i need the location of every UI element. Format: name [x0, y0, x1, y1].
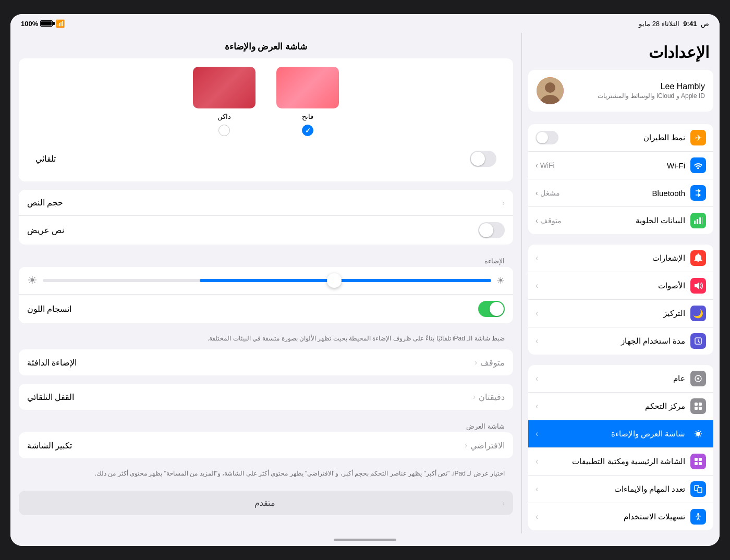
home-bar-line: [334, 539, 396, 541]
brightness-slider[interactable]: [43, 273, 491, 288]
airplane-toggle[interactable]: [536, 131, 558, 144]
theme-radio-light[interactable]: [302, 125, 313, 136]
display-zoom-row[interactable]: الافتراضي ‹ تكبير الشاشة: [19, 432, 513, 458]
battery-indicator: 100%: [21, 20, 53, 28]
auto-lock-row[interactable]: دقيقتان ‹ القفل التلقائي: [19, 384, 513, 410]
profile-section[interactable]: Lee Hambly Apple ID و iCloud والوسائط وا…: [528, 70, 713, 112]
brightness-header: الإضاءة: [10, 253, 521, 267]
true-color-toggle[interactable]: [478, 301, 505, 317]
status-time: 9:41: [683, 20, 697, 28]
sidebar-row-display[interactable]: شاشة العرض والإضاءة ›: [528, 420, 713, 448]
display-zoom-footer: اختيار عرض لـ iPad. "نص أكبر" يظهر عناصر…: [10, 467, 521, 484]
sidebar-row-sounds[interactable]: الأصوات ›: [528, 272, 713, 300]
wifi-icon: [690, 157, 706, 173]
theme-radio-dark[interactable]: [218, 125, 230, 136]
brightness-icon-small: ☀: [496, 275, 505, 286]
general-icon: [690, 371, 706, 386]
sidebar-row-sounds-left: الأصوات: [658, 278, 706, 294]
sidebar-row-focus[interactable]: 🌙 التركيز ›: [528, 300, 713, 327]
wifi-label: Wi-Fi: [667, 161, 685, 170]
sidebar-row-notifications-left: الإشعارات: [652, 250, 706, 266]
sidebar-group-general: عام › مركز التحكم ›: [528, 365, 713, 530]
advanced-label: متقدم: [27, 498, 502, 508]
svg-rect-6: [697, 219, 698, 224]
theme-option-dark[interactable]: داكن: [193, 67, 256, 136]
svg-rect-18: [699, 458, 702, 461]
auto-brightness-label: الإضاءة الدافئة: [27, 358, 77, 368]
sidebar-row-homescreen-left: الشاشة الرئيسية ومكتبة التطبيقات: [572, 454, 706, 469]
sidebar-row-focus-left: 🌙 التركيز: [663, 306, 706, 321]
bluetooth-icon: [690, 185, 706, 201]
profile-avatar: [537, 77, 564, 104]
sidebar-row-homescreen[interactable]: الشاشة الرئيسية ومكتبة التطبيقات ›: [528, 448, 713, 476]
general-label: عام: [673, 374, 685, 383]
auto-lock-group: دقيقتان ‹ القفل التلقائي: [19, 384, 513, 410]
controlcenter-label: مركز التحكم: [645, 401, 685, 411]
svg-rect-22: [698, 488, 702, 493]
theme-section: فاتح داكن تلقائي: [19, 58, 513, 181]
true-color-row[interactable]: انسجام اللون: [19, 295, 513, 323]
sidebar-row-controlcenter[interactable]: مركز التحكم ›: [528, 393, 713, 420]
sidebar-row-notifications[interactable]: الإشعارات ›: [528, 245, 713, 272]
true-color-footer: ضبط شاشة الـ iPad تلقائيًا بناءً على ظرو…: [10, 332, 521, 349]
automatic-toggle[interactable]: [470, 151, 496, 167]
advanced-button[interactable]: ‹ متقدم: [19, 491, 513, 515]
sidebar-group-connectivity: ✈ نمط الطيران Wi-Fi: [528, 124, 713, 234]
theme-option-light[interactable]: فاتح: [276, 67, 339, 136]
auto-brightness-row[interactable]: متوقف ‹ الإضاءة الدافئة: [19, 349, 513, 375]
sidebar-row-screentime-left: مدة استخدام الجهاز: [621, 333, 706, 349]
accessibility-label: تسهيلات الاستخدام: [624, 512, 685, 521]
sidebar-row-screentime[interactable]: مدة استخدام الجهاز ›: [528, 327, 713, 355]
sidebar-row-cellular[interactable]: البيانات الخلوية متوقف ›: [528, 207, 713, 234]
focus-icon: 🌙: [690, 306, 706, 321]
text-size-label: حجم النص: [27, 198, 63, 208]
sidebar-row-general-left: عام: [673, 371, 706, 386]
sidebar-row-wifi[interactable]: Wi-Fi WiFi ›: [528, 152, 713, 179]
right-panel: الإعدادات Lee Hambly Apple ID و iCloud و…: [521, 33, 720, 533]
svg-point-1: [545, 82, 555, 93]
homescreen-icon: [690, 454, 706, 469]
svg-rect-20: [699, 462, 702, 465]
sounds-label: الأصوات: [658, 281, 685, 290]
theme-options: فاتح داكن: [27, 67, 505, 136]
display-zoom-label: تكبير الشاشة: [27, 441, 72, 451]
svg-point-11: [697, 378, 699, 380]
svg-rect-12: [695, 403, 698, 406]
controlcenter-icon: [690, 398, 706, 414]
display-icon: [690, 426, 706, 442]
display-zoom-value: الافتراضي ‹: [465, 441, 505, 451]
automatic-row[interactable]: تلقائي: [27, 144, 505, 173]
battery-icon: [40, 20, 53, 27]
sidebar-row-display-left: شاشة العرض والإضاءة: [611, 426, 706, 442]
sidebar-row-bluetooth-left: Bluetooth: [652, 185, 706, 201]
bold-text-label: نص عريض: [27, 225, 64, 235]
true-color-knob: [490, 302, 504, 316]
sidebar-row-bluetooth[interactable]: Bluetooth مشغل ›: [528, 179, 713, 207]
status-left: 100% 📶: [21, 19, 65, 28]
profile-name: Lee Hambly: [598, 82, 705, 91]
true-color-label: انسجام اللون: [27, 304, 71, 314]
auto-brightness-value: متوقف ‹: [475, 358, 505, 368]
slider-thumb[interactable]: [327, 273, 342, 288]
sidebar-row-general[interactable]: عام ›: [528, 365, 713, 393]
left-panel: شاشة العرض والإضاءة فاتح داكن: [10, 33, 521, 533]
bluetooth-label: Bluetooth: [652, 189, 685, 198]
sidebar-row-airplane[interactable]: ✈ نمط الطيران: [528, 124, 713, 152]
bold-text-row[interactable]: نص عريض: [19, 216, 513, 245]
sidebar-title: الإعدادات: [522, 33, 720, 70]
theme-thumbnail-light: [276, 67, 339, 108]
cellular-label: البيانات الخلوية: [636, 216, 685, 225]
bluetooth-value: مشغل ›: [536, 189, 560, 197]
sounds-icon: [690, 278, 706, 294]
airplane-toggle-knob: [537, 132, 548, 143]
brightness-row[interactable]: ☀ ☀: [19, 267, 513, 295]
sidebar-row-accessibility[interactable]: تسهيلات الاستخدام ›: [528, 503, 713, 530]
bold-toggle-knob: [479, 223, 493, 237]
text-size-row[interactable]: ‹ حجم النص: [19, 190, 513, 216]
display-zoom-group: الافتراضي ‹ تكبير الشاشة: [19, 432, 513, 458]
svg-point-16: [696, 432, 700, 436]
sidebar-row-multitasking[interactable]: تعدد المهام والإيماءات ›: [528, 476, 713, 503]
homescreen-label: الشاشة الرئيسية ومكتبة التطبيقات: [572, 457, 685, 466]
automatic-label: تلقائي: [35, 154, 56, 164]
bold-text-toggle[interactable]: [478, 222, 505, 238]
